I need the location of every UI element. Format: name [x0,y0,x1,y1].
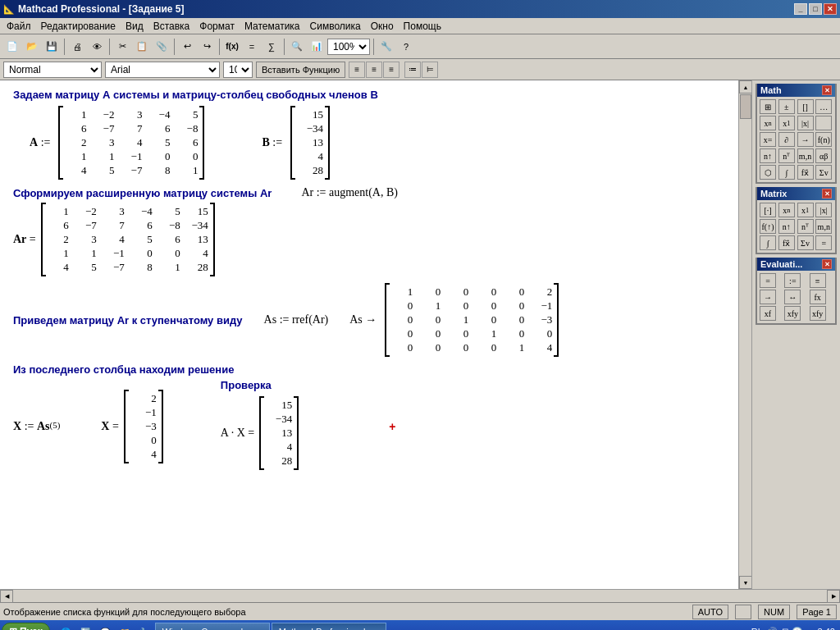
zoom-out-button[interactable]: 🔍 [288,38,306,56]
math-btn-x1[interactable]: x1 [778,116,795,130]
math-btn-fn[interactable]: f(n) [815,132,832,147]
eval-btn-xfy2[interactable]: xfy [810,306,826,321]
fx-button[interactable]: f(x) [223,38,241,56]
mat-btn-3[interactable]: x1 [797,203,814,217]
print-button[interactable]: 🖨 [68,38,86,56]
align-right-button[interactable]: ≡ [383,62,399,78]
math-btn-prog[interactable]: … [815,99,832,114]
taskbar-windows-commander[interactable]: Windows Commander... [155,623,270,630]
tray-icon-5: 🔧 [135,623,153,630]
open-button[interactable]: 📂 [23,38,41,56]
eval-btn-equiv[interactable]: ≡ [810,273,826,288]
redo-button[interactable]: ↪ [198,38,216,56]
eval-btn-lrarrow[interactable]: ↔ [784,290,801,304]
mat-btn-11[interactable]: Σv [797,235,814,250]
mat-btn-10[interactable]: fx⃗ [778,235,795,250]
math-btn-xe[interactable]: x= [760,132,776,147]
section4-title: Из последнего столбца находим решение [13,363,234,376]
math-btn-sum[interactable]: Σv [815,165,832,180]
h-scroll-track[interactable] [13,590,827,602]
math-btn-partial[interactable]: ∂ [778,132,795,147]
math-btn-arrow[interactable]: → [797,132,814,147]
matrix-as: 100002 01000−1 00100−3 000100 000014 [385,283,559,357]
style-select[interactable]: Normal [3,62,102,78]
align-left-button[interactable]: ≡ [349,62,365,78]
align-center-button[interactable]: ≡ [366,62,382,78]
font-select[interactable]: Arial [105,62,220,78]
menu-symbolics[interactable]: Символика [305,20,366,33]
scroll-left-button[interactable]: ◀ [0,590,13,603]
settings-button[interactable]: 🔧 [377,38,395,56]
zoom-select[interactable]: 100% [327,39,370,55]
mat-btn-9[interactable]: ∫ [760,235,776,250]
mat-btn-2[interactable]: xn [778,203,795,217]
menu-insert[interactable]: Вставка [148,20,195,33]
menu-math[interactable]: Математика [240,20,305,33]
eval-btn-xf[interactable]: xf [760,306,776,321]
math-btn-pm[interactable]: ± [778,99,795,114]
print-preview-button[interactable]: 👁 [88,38,106,56]
math-btn-calc[interactable]: ⊞ [760,99,776,114]
eval-btn-assign[interactable]: := [784,273,801,288]
new-button[interactable]: 📄 [3,38,21,56]
menu-window[interactable]: Окно [366,20,399,33]
scroll-down-button[interactable]: ▼ [739,576,752,589]
mat-btn-8[interactable]: m,n [815,219,832,234]
menu-edit[interactable]: Редактирование [36,20,121,33]
eval-panel-close[interactable]: ✕ [822,259,832,269]
math-btn-nup[interactable]: n↑ [760,148,776,163]
restore-button[interactable]: □ [809,3,822,15]
math-btn-abs[interactable]: |x| [797,116,814,130]
status-mode: AUTO [692,605,728,619]
mat-btn-4[interactable]: |x| [815,203,832,217]
paste-button[interactable]: 📎 [153,38,171,56]
math-panel-close[interactable]: ✕ [822,85,832,95]
plus-sign[interactable]: + [389,420,395,433]
math-btn-fxv[interactable]: fx⃗ [797,165,814,180]
insert-function-button[interactable]: Вставить Функцию [256,62,345,78]
list-button[interactable]: ≔ [404,62,421,78]
menu-view[interactable]: Вид [121,20,148,33]
scroll-right-button[interactable]: ▶ [827,590,840,603]
math-btn-hex[interactable]: ⬡ [760,165,776,180]
scroll-thumb[interactable] [740,94,751,119]
size-select[interactable]: 10 [223,62,253,78]
scroll-up-button[interactable]: ▲ [739,80,752,94]
undo-button[interactable]: ↩ [178,38,196,56]
taskbar-mathcad[interactable]: Mathcad Professional... [272,623,386,630]
menu-help[interactable]: Помощь [399,20,446,33]
menu-file[interactable]: Файл [2,20,36,33]
math-btn-nt[interactable]: nᵀ [778,148,795,163]
indent-button[interactable]: ⊨ [422,62,438,78]
tray-icon-3: 💬 [96,623,114,630]
mat-btn-12[interactable]: = [815,235,832,250]
math-btn-xn[interactable]: xn [760,116,776,130]
math-btn-int[interactable]: ∫ [778,165,795,180]
toolbar-sep6 [373,39,374,55]
copy-button[interactable]: 📋 [133,38,151,56]
eval-btn-arrow[interactable]: → [760,290,776,304]
start-button[interactable]: ⊞ Пуск [2,623,50,630]
equals-button[interactable]: = [243,38,261,56]
mat-btn-1[interactable]: [·] [760,203,776,217]
mat-btn-6[interactable]: n↑ [778,219,795,234]
help-icon-button[interactable]: ? [397,38,415,56]
graph-button[interactable]: 📊 [308,38,326,56]
mat-btn-5[interactable]: f(↑) [760,219,776,234]
scroll-track[interactable] [739,94,751,576]
matrix-panel-close[interactable]: ✕ [822,189,832,199]
mat-btn-7[interactable]: nᵀ [797,219,814,234]
matrix-b: 15 −34 13 4 28 [290,106,330,180]
math-btn-ab[interactable]: αβ [815,148,832,163]
save-button[interactable]: 💾 [43,38,61,56]
menu-format[interactable]: Формат [194,20,240,33]
cut-button[interactable]: ✂ [113,38,131,56]
eval-btn-xfy[interactable]: xfy [784,306,801,321]
math-btn-mn[interactable]: m,n [797,148,814,163]
minimize-button[interactable]: _ [794,3,807,15]
sum-button[interactable]: ∑ [262,38,281,56]
eval-btn-eq[interactable]: = [760,273,776,288]
close-button[interactable]: ✕ [824,3,837,15]
math-btn-matrix[interactable]: [] [797,99,814,114]
eval-btn-fx[interactable]: fx [810,290,826,304]
